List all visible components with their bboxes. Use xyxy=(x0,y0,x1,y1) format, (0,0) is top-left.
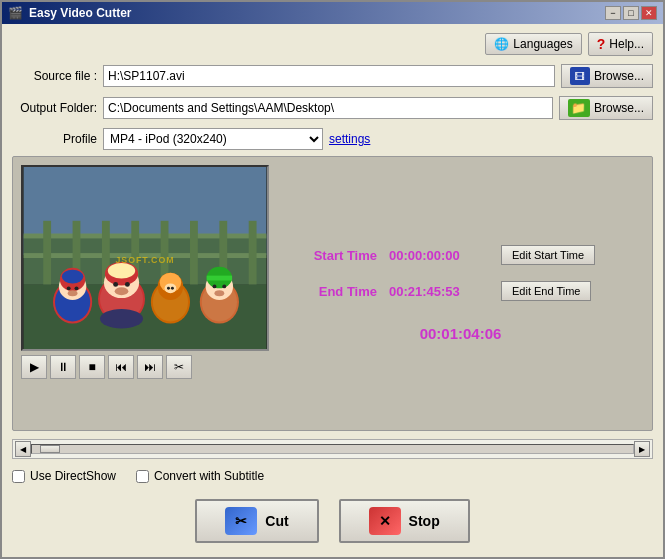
svg-point-19 xyxy=(67,286,71,290)
svg-point-20 xyxy=(75,286,79,290)
prev-icon: ⏮ xyxy=(115,360,127,374)
svg-point-36 xyxy=(167,287,170,290)
output-input[interactable] xyxy=(103,97,553,119)
svg-rect-6 xyxy=(43,221,51,285)
direct-show-label[interactable]: Use DirectShow xyxy=(30,469,116,483)
svg-point-29 xyxy=(115,287,129,295)
stop-button-main[interactable]: ✕ Stop xyxy=(339,499,470,543)
svg-point-18 xyxy=(62,270,84,284)
start-time-row: Start Time 00:00:00:00 Edit Start Time xyxy=(297,245,624,265)
output-label: Output Folder: xyxy=(12,101,97,115)
stop-button[interactable]: ■ xyxy=(79,355,105,379)
transport-controls: ▶ ⏸ ■ ⏮ ⏭ ✂ xyxy=(21,355,269,379)
settings-link[interactable]: settings xyxy=(329,132,370,146)
scrollbar-track[interactable] xyxy=(31,444,634,454)
bottom-controls: Use DirectShow Convert with Subtitle xyxy=(12,465,653,487)
subtitle-checkbox-row: Convert with Subtitle xyxy=(136,469,264,483)
source-browse-button[interactable]: 🎞 Browse... xyxy=(561,64,653,88)
svg-point-44 xyxy=(222,284,226,288)
pause-icon: ⏸ xyxy=(57,360,69,374)
svg-point-45 xyxy=(214,290,224,296)
svg-point-28 xyxy=(125,282,130,287)
duration-display: 00:01:04:06 xyxy=(297,325,624,342)
video-panel: JSOFT.COM ▶ ⏸ ■ ⏮ ⏭ xyxy=(21,165,269,422)
end-time-value: 00:21:45:53 xyxy=(389,284,489,299)
scroll-right-arrow[interactable]: ▶ xyxy=(634,441,650,457)
source-label: Source file : xyxy=(12,69,97,83)
next-icon: ⏭ xyxy=(144,360,156,374)
svg-point-37 xyxy=(171,287,174,290)
scroll-left-arrow[interactable]: ◀ xyxy=(15,441,31,457)
svg-rect-4 xyxy=(24,234,267,239)
start-time-label: Start Time xyxy=(297,248,377,263)
globe-icon: 🌐 xyxy=(494,37,509,51)
languages-button[interactable]: 🌐 Languages xyxy=(485,33,581,55)
source-row: Source file : 🎞 Browse... xyxy=(12,64,653,88)
direct-show-checkbox[interactable] xyxy=(12,470,25,483)
main-window: 🎬 Easy Video Cutter − □ ✕ 🌐 Languages ? … xyxy=(0,0,665,559)
end-time-label: End Time xyxy=(297,284,377,299)
svg-point-35 xyxy=(165,283,177,293)
edit-end-time-button[interactable]: Edit End Time xyxy=(501,281,591,301)
profile-select[interactable]: MP4 - iPod (320x240) xyxy=(103,128,323,150)
action-buttons: ✂ Cut ✕ Stop xyxy=(12,493,653,549)
main-content: 🌐 Languages ? Help... Source file : 🎞 Br… xyxy=(2,24,663,557)
svg-point-30 xyxy=(100,309,143,329)
cut-tool-button[interactable]: ✂ xyxy=(166,355,192,379)
pause-button[interactable]: ⏸ xyxy=(50,355,76,379)
cut-button[interactable]: ✂ Cut xyxy=(195,499,318,543)
svg-point-27 xyxy=(113,282,118,287)
cut-icon: ✂ xyxy=(225,507,257,535)
svg-point-26 xyxy=(108,263,135,279)
scissors-icon: ✂ xyxy=(174,360,184,374)
prev-frame-button[interactable]: ⏮ xyxy=(108,355,134,379)
window-title: Easy Video Cutter xyxy=(29,6,131,20)
subtitle-label[interactable]: Convert with Subtitle xyxy=(154,469,264,483)
play-button[interactable]: ▶ xyxy=(21,355,47,379)
end-time-row: End Time 00:21:45:53 Edit End Time xyxy=(297,281,624,301)
profile-row: Profile MP4 - iPod (320x240) settings xyxy=(12,128,653,150)
svg-rect-42 xyxy=(207,276,232,281)
info-panel: Start Time 00:00:00:00 Edit Start Time E… xyxy=(277,165,644,422)
stop-main-icon: ✕ xyxy=(369,507,401,535)
next-frame-button[interactable]: ⏭ xyxy=(137,355,163,379)
title-bar: 🎬 Easy Video Cutter − □ ✕ xyxy=(2,2,663,24)
scrollbar-thumb[interactable] xyxy=(40,445,60,453)
close-button[interactable]: ✕ xyxy=(641,6,657,20)
svg-rect-11 xyxy=(190,221,198,285)
svg-rect-13 xyxy=(249,221,257,285)
stop-icon: ■ xyxy=(88,360,95,374)
scrollbar-row: ◀ ▶ xyxy=(12,439,653,459)
edit-start-time-button[interactable]: Edit Start Time xyxy=(501,245,595,265)
profile-label: Profile xyxy=(12,132,97,146)
maximize-button[interactable]: □ xyxy=(623,6,639,20)
output-browse-button[interactable]: 📁 Browse... xyxy=(559,96,653,120)
video-frame: JSOFT.COM xyxy=(21,165,269,351)
svg-point-21 xyxy=(68,290,78,296)
top-toolbar: 🌐 Languages ? Help... xyxy=(12,32,653,56)
svg-point-43 xyxy=(213,284,217,288)
help-icon: ? xyxy=(597,36,606,52)
start-time-value: 00:00:00:00 xyxy=(389,248,489,263)
main-area: JSOFT.COM ▶ ⏸ ■ ⏮ ⏭ xyxy=(12,156,653,431)
title-bar-controls: − □ ✕ xyxy=(605,6,657,20)
minimize-button[interactable]: − xyxy=(605,6,621,20)
svg-text:JSOFT.COM: JSOFT.COM xyxy=(115,255,174,265)
title-bar-left: 🎬 Easy Video Cutter xyxy=(8,6,131,20)
help-button[interactable]: ? Help... xyxy=(588,32,653,56)
output-row: Output Folder: 📁 Browse... xyxy=(12,96,653,120)
folder-icon: 📁 xyxy=(568,99,590,117)
film-icon: 🎞 xyxy=(570,67,590,85)
direct-show-checkbox-row: Use DirectShow xyxy=(12,469,116,483)
app-icon: 🎬 xyxy=(8,6,23,20)
subtitle-checkbox[interactable] xyxy=(136,470,149,483)
source-input[interactable] xyxy=(103,65,555,87)
